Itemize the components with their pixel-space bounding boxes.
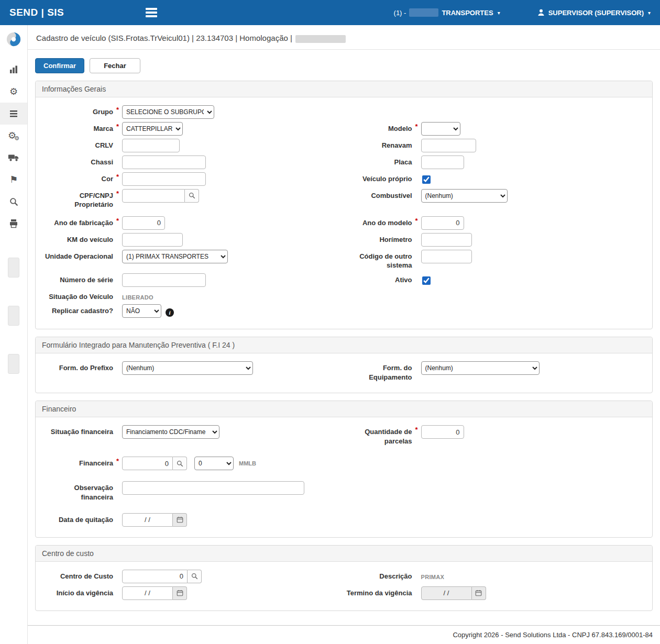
- termino-vigencia-input[interactable]: [421, 586, 472, 600]
- sidebar-item-fleet[interactable]: [0, 147, 27, 169]
- km-label: KM do veículo: [42, 232, 113, 245]
- section-centro-custo-title: Centro de custo: [36, 546, 652, 562]
- form-prefixo-select[interactable]: (Nenhum): [122, 361, 253, 375]
- financeira-suffix-label: MMLB: [239, 460, 256, 467]
- org-name: TRANSPORTES: [442, 9, 493, 17]
- renavam-label: Renavam: [344, 138, 412, 150]
- logo-icon: [6, 31, 21, 47]
- sidebar: ⚙ ⚙⚙ ⚑: [0, 25, 28, 644]
- info-icon[interactable]: i: [166, 308, 174, 317]
- required-spacer: [113, 361, 122, 362]
- horimetro-input[interactable]: [421, 233, 472, 247]
- grupo-label: Grupo: [42, 105, 113, 117]
- copyright-text: Copyright 2026 - Send Solutions Ltda - C…: [453, 631, 653, 639]
- required-marker: *: [412, 121, 421, 130]
- app-logo[interactable]: [6, 31, 21, 49]
- required-spacer: [113, 425, 122, 426]
- quantidade-parcelas-input[interactable]: [421, 425, 464, 439]
- required-marker: *: [113, 105, 122, 114]
- descricao-value: PRIMAX: [421, 570, 445, 580]
- veiculo-proprio-checkbox[interactable]: [422, 175, 431, 184]
- main-content: Cadastro de veículo (SIS.Frotas.TrVeicul…: [28, 25, 660, 625]
- inicio-vigencia-input[interactable]: [122, 586, 173, 600]
- cor-input[interactable]: [122, 172, 206, 186]
- required-spacer: [113, 249, 122, 250]
- crlv-input[interactable]: [122, 139, 180, 152]
- financeira-label: Financeira: [42, 456, 113, 468]
- centro-custo-label: Centro de Custo: [42, 569, 113, 581]
- section-general: Informações Gerais Grupo * SELECIONE O S…: [35, 81, 653, 330]
- renavam-input[interactable]: [421, 139, 476, 152]
- codigo-outro-sistema-input[interactable]: [421, 250, 472, 263]
- required-spacer: [412, 273, 421, 274]
- centro-custo-input[interactable]: [122, 570, 188, 583]
- confirm-button[interactable]: Confirmar: [35, 58, 84, 73]
- required-spacer: [113, 138, 122, 139]
- data-quitacao-input[interactable]: [122, 513, 173, 527]
- unidade-operacional-select[interactable]: (1) PRIMAX TRANSPORTES: [122, 250, 228, 263]
- descricao-label: Descrição: [344, 569, 412, 581]
- search-icon: [9, 197, 18, 206]
- ano-modelo-input[interactable]: [421, 216, 464, 230]
- menu-toggle-button[interactable]: [144, 6, 159, 19]
- required-spacer: [113, 481, 122, 482]
- collapsed-panel-handle[interactable]: [8, 354, 19, 374]
- sidebar-item-admin[interactable]: ⚙⚙: [0, 125, 27, 147]
- footer: Copyright 2026 - Send Solutions Ltda - C…: [28, 625, 660, 644]
- grupo-select[interactable]: SELECIONE O SUBGRUPO: [122, 105, 214, 119]
- required-spacer: [113, 273, 122, 274]
- toolbar: Confirmar Fechar: [35, 58, 653, 73]
- situacao-financeira-select[interactable]: Financiamento CDC/Finame: [122, 425, 219, 439]
- section-financeiro-title: Financeiro: [36, 401, 652, 417]
- numero-serie-label: Número de série: [42, 273, 113, 285]
- ativo-label: Ativo: [344, 273, 412, 285]
- quantidade-parcelas-label: Quantidade de parcelas: [344, 425, 412, 446]
- replicar-cadastro-select[interactable]: NÃO: [122, 304, 161, 318]
- km-input[interactable]: [122, 233, 183, 247]
- cpf-cnpj-lookup-button[interactable]: [185, 189, 199, 203]
- required-marker: *: [113, 188, 122, 197]
- flag-icon: ⚑: [9, 175, 18, 184]
- collapsed-panel-handle[interactable]: [8, 258, 19, 277]
- cpf-cnpj-input[interactable]: [122, 189, 185, 203]
- required-marker: *: [113, 216, 122, 225]
- sidebar-item-search[interactable]: [0, 191, 27, 213]
- ano-fabricacao-input[interactable]: [122, 216, 165, 230]
- financeira-secondary-select[interactable]: 0: [194, 457, 234, 470]
- required-spacer: [113, 513, 122, 514]
- placa-input[interactable]: [421, 156, 464, 169]
- data-quitacao-label: Data de quitação: [42, 513, 113, 525]
- sidebar-item-forms[interactable]: [0, 103, 27, 125]
- required-spacer: [412, 586, 421, 587]
- modelo-select[interactable]: [421, 122, 460, 136]
- placa-label: Placa: [344, 155, 412, 167]
- form-equipamento-select[interactable]: (Nenhum): [421, 361, 540, 375]
- search-icon: [177, 460, 183, 467]
- chassi-input[interactable]: [122, 156, 206, 169]
- financeira-input[interactable]: [122, 457, 173, 470]
- org-selector[interactable]: (1) - TRANSPORTES ▾: [394, 8, 500, 17]
- sidebar-item-flags[interactable]: ⚑: [0, 169, 27, 191]
- inicio-vigencia-calendar-button[interactable]: [173, 586, 187, 600]
- termino-vigencia-calendar-button[interactable]: [472, 586, 486, 600]
- sidebar-item-reports[interactable]: [0, 59, 27, 81]
- required-spacer: [412, 249, 421, 250]
- form-prefixo-label: Form. do Prefixo: [42, 361, 113, 373]
- financeira-lookup-button[interactable]: [173, 457, 187, 470]
- centro-custo-lookup-button[interactable]: [188, 570, 202, 583]
- ano-modelo-label: Ano do modelo: [344, 216, 412, 228]
- marca-select[interactable]: CATTERPILLAR: [122, 122, 183, 136]
- combustivel-select[interactable]: (Nenhum): [421, 189, 508, 203]
- situacao-veiculo-label: Situação do Veículo: [42, 290, 113, 302]
- observacao-financeira-input[interactable]: [122, 481, 304, 495]
- data-quitacao-calendar-button[interactable]: [173, 513, 187, 527]
- collapsed-panel-handle[interactable]: [8, 306, 19, 326]
- org-prefix: (1) -: [394, 9, 406, 17]
- sidebar-item-print[interactable]: [0, 213, 27, 235]
- ativo-checkbox[interactable]: [422, 276, 431, 285]
- close-button[interactable]: Fechar: [90, 58, 140, 73]
- sidebar-item-settings[interactable]: ⚙: [0, 81, 27, 103]
- required-spacer: [113, 155, 122, 156]
- numero-serie-input[interactable]: [122, 273, 206, 287]
- user-menu[interactable]: SUPERVISOR (SUPERVISOR) ▾: [537, 8, 651, 17]
